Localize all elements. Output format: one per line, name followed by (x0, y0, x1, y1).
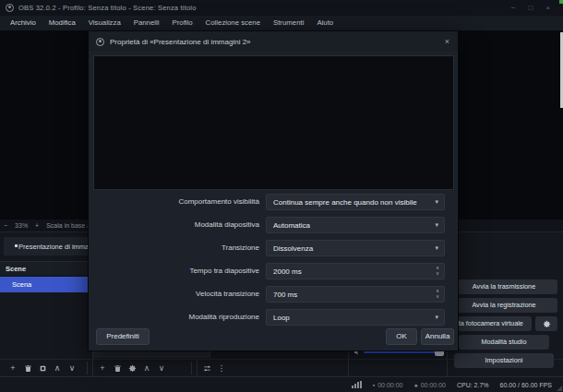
window-title: OBS 32.0.2 - Profilo: Senza titolo - Sce… (18, 4, 197, 12)
close-button[interactable]: × (545, 0, 550, 16)
status-bar: ▪ 00:00:00 ● 00:00:00 CPU: 2.7% 60.00 / … (0, 376, 563, 392)
chevron-down-icon: ▾ (435, 314, 444, 321)
resize-grip[interactable] (557, 386, 562, 391)
transition-speed-label: Velocità transizione (89, 286, 259, 303)
visibility-behavior-label: Comportamento visibilità (89, 194, 259, 210)
dialog-close-button[interactable]: × (445, 31, 449, 52)
scene-filters-button[interactable] (35, 363, 50, 373)
start-streaming-button[interactable]: Avvia la trasmissione (450, 279, 557, 294)
slide-time-spinbox[interactable]: 2000 ms ∧ ∨ (266, 263, 445, 279)
menu-pannelli[interactable]: Pannelli (127, 16, 166, 30)
remove-scene-button[interactable] (20, 363, 35, 373)
scene-transitions-remnant (92, 350, 210, 358)
menu-visualizza[interactable]: Visualizza (82, 16, 127, 30)
connection-signal-icon (352, 381, 362, 388)
cpu-usage: CPU: 2.7% (457, 382, 489, 388)
trash-icon (24, 364, 32, 373)
chevron-down-icon: ▾ (435, 244, 444, 252)
toolbar-separator (191, 362, 192, 374)
dialog-title-bar[interactable]: Proprietà di «Presentazione di immagini … (89, 31, 458, 52)
slide-time-label: Tempo tra diapositive (89, 263, 259, 279)
menu-collezione-scene[interactable]: Collezione scene (199, 16, 267, 30)
stream-status-icon: ▪ (373, 382, 375, 388)
gear-icon (543, 320, 551, 328)
chevron-down-icon: ▾ (435, 221, 444, 229)
ok-button[interactable]: OK (386, 328, 417, 345)
source-label: Presentazione di imma (18, 243, 89, 251)
scene-move-down-button[interactable]: ∨ (65, 363, 79, 373)
source-move-down-button[interactable]: ∨ (154, 363, 169, 373)
slide-mode-select[interactable]: Automatica ▾ (266, 217, 445, 233)
stream-timer: 00:00:00 (377, 382, 402, 388)
playback-mode-label: Modalità riproduzione (89, 309, 259, 326)
properties-dialog: Proprietà di «Presentazione di immagini … (88, 30, 459, 351)
remove-source-button[interactable] (110, 363, 125, 373)
chevron-down-icon: ▾ (435, 198, 444, 206)
menu-modifica[interactable]: Modifica (42, 16, 82, 30)
record-timer: 00:00:00 (421, 382, 446, 388)
menu-profilo[interactable]: Profilo (166, 16, 199, 30)
toolbar-separator (87, 362, 88, 374)
menu-archivio[interactable]: Archivio (4, 16, 42, 30)
transition-label: Transizione (89, 240, 259, 256)
advanced-audio-button[interactable] (199, 363, 214, 373)
studio-mode-button[interactable]: Modalità studio (459, 335, 549, 350)
transition-speed-spinbox[interactable]: 700 ms ∧ ∨ (266, 286, 445, 303)
start-recording-button[interactable]: Avvia la registrazione (450, 298, 557, 313)
minimize-button[interactable]: − (511, 0, 516, 16)
settings-button[interactable]: Impostazioni (454, 353, 554, 368)
scene-move-up-button[interactable]: ∧ (50, 363, 65, 373)
dialog-title: Proprietà di «Presentazione di immagini … (110, 38, 251, 46)
trash-icon (114, 364, 122, 373)
scene-list-item-selected[interactable]: Scena (0, 277, 92, 292)
menu-aiuto[interactable]: Aiuto (310, 16, 340, 30)
add-source-button[interactable]: + (95, 363, 110, 373)
audio-sliders-icon (203, 364, 211, 373)
source-move-up-button[interactable]: ∧ (139, 363, 154, 373)
visibility-behavior-select[interactable]: Continua sempre anche quando non visibil… (266, 194, 445, 210)
obs-logo-icon (96, 38, 104, 46)
record-status-icon: ● (413, 382, 417, 388)
scenes-panel-header: Scene (0, 261, 92, 275)
source-list-item[interactable]: Presentazione di imma (4, 237, 88, 255)
slideshow-preview (93, 55, 454, 190)
defaults-button[interactable]: Predefiniti (96, 328, 150, 345)
spin-down-icon[interactable]: ∨ (436, 294, 439, 300)
obs-logo-icon (6, 4, 14, 12)
start-virtual-camera-button[interactable]: la fotocamera virtuale (450, 316, 532, 331)
maximize-button[interactable]: □ (528, 0, 533, 16)
zoom-level: 33% (15, 222, 28, 229)
transition-select[interactable]: Dissolvenza ▾ (266, 240, 445, 256)
virtual-camera-settings-button[interactable] (535, 316, 557, 331)
mixer-menu-button[interactable]: ⋮ (214, 363, 229, 373)
filters-icon (39, 364, 47, 373)
cancel-button[interactable]: Annulla (421, 328, 454, 345)
slide-mode-label: Modalità diapositiva (89, 217, 259, 233)
fps-indicator: 60.00 / 60.00 FPS (500, 382, 552, 388)
background-window-sliver (559, 0, 563, 4)
menu-bar: Archivio Modifica Visualizza Pannelli Pr… (0, 16, 563, 30)
add-scene-button[interactable]: + (6, 363, 20, 373)
spin-down-icon[interactable]: ∨ (436, 271, 439, 277)
gear-icon (128, 364, 137, 373)
zoom-in-button[interactable]: + (35, 222, 39, 229)
playback-mode-select[interactable]: Loop ▾ (266, 309, 445, 326)
title-bar: OBS 32.0.2 - Profilo: Senza titolo - Sce… (0, 0, 563, 16)
obs-main-window: OBS 32.0.2 - Profilo: Senza titolo - Sce… (0, 0, 563, 392)
scale-mode-label[interactable]: Scala in base a (46, 222, 90, 229)
menu-strumenti[interactable]: Strumenti (267, 16, 310, 30)
source-properties-button[interactable] (125, 363, 139, 373)
zoom-out-button[interactable]: − (4, 222, 7, 229)
